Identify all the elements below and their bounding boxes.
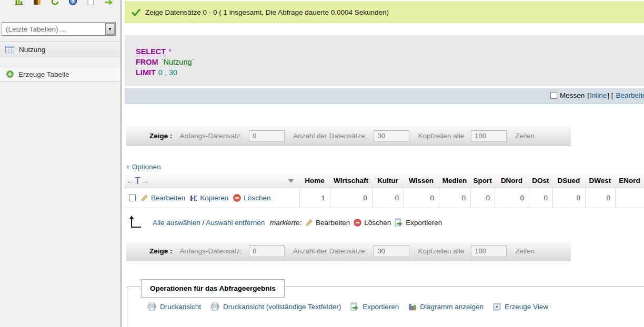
column-header[interactable]: Wirtschaft [330,177,372,185]
sort-triangle-icon[interactable] [288,179,294,183]
edit-selected-label: Bearbeiten [316,219,350,227]
sql-table-name: `Nutzung` [161,58,195,66]
cell-medien: 0 [439,188,470,208]
selection-links: Alle auswählen / Auswahl entfernen marki… [153,219,301,227]
start-record-input[interactable] [249,246,285,257]
column-header[interactable]: Wissen [404,177,439,185]
inline-edit-link[interactable]: Inline [590,91,607,99]
export-selected-link[interactable]: Exportieren [395,218,442,227]
show-label: Zeige : [149,132,173,140]
headers-every-input[interactable] [471,246,507,257]
results-table: ← T → Home Wirtschaft Kultur Wissen Medi… [125,173,644,208]
print-view-full-link[interactable]: Druckansicht (vollständige Textfelder) [210,302,341,311]
edit-row-label: Bearbeiten [151,194,185,202]
nav-icon-toolbar: ? [15,0,113,6]
profiling-checkbox[interactable] [550,92,557,99]
create-table-button[interactable]: Erzeuge Tabelle [0,67,120,81]
sql-keyword-select[interactable]: SELECT [136,47,166,56]
record-count-label: Anzahl der Datensätze: [293,247,367,255]
delete-selected-link[interactable]: Löschen [354,219,391,227]
column-header[interactable]: Medien [439,177,470,185]
printer-icon [147,302,156,311]
table-row: Bearbeiten Kopieren Löschen [125,188,644,208]
header-actions-cell: ← T → [125,173,299,188]
fulltext-toggle[interactable]: ← T → [126,176,149,185]
cell-dnord: 0 [495,188,529,208]
headers-every-label: Kopfzeilen alle [418,132,464,140]
sql-keyword-from: FROM [136,58,158,66]
column-header[interactable]: DNord [495,177,529,185]
uncheck-all-link[interactable]: Auswahl entfernen [206,219,265,227]
delete-row-label: Löschen [244,194,270,202]
delete-selected-label: Löschen [364,219,391,227]
record-count-input[interactable] [374,130,409,142]
copy-row-label: Kopieren [200,194,228,202]
pencil-icon [305,219,313,227]
row-checkbox[interactable] [129,195,136,201]
create-table-label: Erzeuge Tabelle [18,70,69,78]
bar-chart-icon [408,303,416,311]
sql-query-box: SELECT* FROM`Nutzung` LIMIT0 , 30 [125,35,644,86]
plus-icon [6,70,14,78]
copy-row-link[interactable]: Kopieren [190,194,228,202]
row-actions-cell: Bearbeiten Kopieren Löschen [125,188,299,208]
sql-star: * [168,47,172,56]
recent-tables-select[interactable]: (Letzte Tabellen) ... ▼ [2,22,116,36]
docs-icon[interactable] [86,0,95,6]
cell-enord [615,188,644,208]
sidebar-item-table-nutzung[interactable]: Nutzung [0,42,120,57]
column-header[interactable]: Kultur [372,177,404,185]
operations-links: Druckansicht Druckansicht (vollständige … [147,302,554,311]
cell-home: 1 [299,188,330,208]
check-all-link[interactable]: Alle auswählen [153,219,200,227]
delete-row-link[interactable]: Löschen [233,194,270,202]
column-header[interactable]: ENord [615,177,644,185]
record-count-label: Anzahl der Datensätze: [293,132,367,140]
column-header[interactable]: DOst [529,177,552,185]
column-header[interactable]: DSued [552,177,585,185]
rows-label: Zeilen [515,132,535,140]
export-results-link[interactable]: Exportieren [350,302,399,311]
column-header[interactable]: DWest [585,177,615,185]
column-header[interactable]: Sport [470,177,495,185]
show-label: Zeige : [149,247,173,255]
display-chart-link[interactable]: Diagramm anzeigen [408,303,484,311]
edit-selected-link[interactable]: Bearbeiten [305,219,350,227]
headers-every-input[interactable] [471,130,507,142]
edit-row-link[interactable]: Bearbeiten [140,194,185,202]
cell-kultur: 0 [372,188,404,208]
stats-icon[interactable] [15,0,24,6]
sync-icon[interactable] [104,0,113,6]
with-selected-label: markierte: [270,219,301,227]
minus-circle-icon [354,219,361,227]
main-content: Zeige Datensätze 0 - 0 ( 1 insgesamt, Di… [125,0,644,327]
help-icon[interactable]: ? [68,0,77,6]
start-record-label: Anfangs-Datensatz: [180,247,243,255]
create-view-link[interactable]: Erzeuge View [493,303,548,311]
column-header[interactable]: Home [299,177,330,185]
export-selected-label: Exportieren [406,219,442,227]
table-name-label: Nutzung [19,46,45,54]
create-view-label: Erzeuge View [505,303,548,311]
arrow-left-icon: ← [126,176,134,185]
options-toggle[interactable]: + Optionen [126,163,160,171]
pencil-icon [140,194,148,202]
recent-tables-label: (Letzte Tabellen) ... [6,25,66,33]
pagination-bar-bottom: Zeige : Anfangs-Datensatz: Anzahl der Da… [126,241,571,261]
export-icon [350,302,359,311]
sql-keyword-limit: LIMIT [136,68,156,77]
profiling-label: Messen [560,91,585,99]
separator: / [203,219,205,227]
log-icon[interactable] [33,0,42,6]
refresh-icon[interactable] [51,0,59,6]
edit-query-link[interactable]: Bearbeiten [616,91,644,99]
cell-dsued: 0 [552,188,585,208]
view-icon [493,303,501,311]
print-view-full-label: Druckansicht (vollständige Textfelder) [223,303,341,311]
chevron-down-icon[interactable]: ▼ [105,23,115,35]
print-view-link[interactable]: Druckansicht [147,302,201,311]
record-count-input[interactable] [374,246,409,257]
start-record-input[interactable] [249,130,285,142]
sql-line-limit: LIMIT0 , 30 [136,67,644,78]
check-all-arrow-icon [128,214,142,230]
